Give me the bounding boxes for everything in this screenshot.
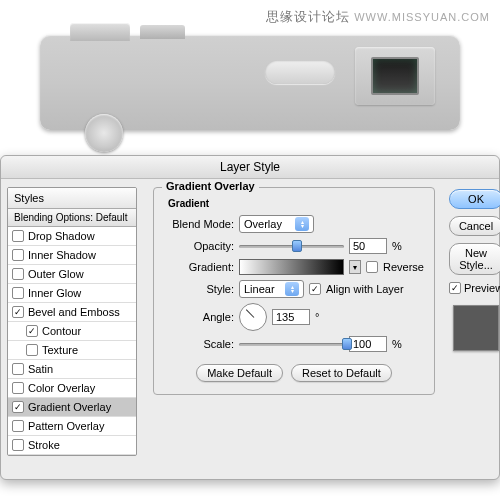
gradient-preview[interactable] xyxy=(239,259,344,275)
pct-label: % xyxy=(392,240,402,252)
style-checkbox[interactable] xyxy=(12,382,24,394)
style-label: Inner Shadow xyxy=(28,249,96,261)
dialog-title: Layer Style xyxy=(1,156,499,179)
blend-mode-label: Blend Mode: xyxy=(164,218,234,230)
pct-label: % xyxy=(392,338,402,350)
style-item-inner-glow[interactable]: Inner Glow xyxy=(8,284,136,303)
styles-header[interactable]: Styles xyxy=(8,188,136,209)
reverse-checkbox[interactable] xyxy=(366,261,378,273)
style-item-outer-glow[interactable]: Outer Glow xyxy=(8,265,136,284)
style-checkbox[interactable] xyxy=(12,249,24,261)
style-item-pattern-overlay[interactable]: Pattern Overlay xyxy=(8,417,136,436)
opacity-slider[interactable] xyxy=(239,239,344,253)
style-label: Drop Shadow xyxy=(28,230,95,242)
watermark-cn: 思缘设计论坛 xyxy=(266,9,350,24)
blend-mode-select[interactable]: Overlay ▴▾ xyxy=(239,215,314,233)
watermark-en: WWW.MISSYUAN.COM xyxy=(354,11,490,23)
style-select[interactable]: Linear ▴▾ xyxy=(239,280,304,298)
style-checkbox[interactable] xyxy=(12,420,24,432)
style-checkbox[interactable] xyxy=(12,363,24,375)
style-label: Bevel and Emboss xyxy=(28,306,120,318)
style-checkbox[interactable] xyxy=(12,306,24,318)
ok-button[interactable]: OK xyxy=(449,189,500,209)
style-item-bevel-and-emboss[interactable]: Bevel and Emboss xyxy=(8,303,136,322)
chevron-updown-icon: ▴▾ xyxy=(285,282,299,296)
style-label: Outer Glow xyxy=(28,268,84,280)
style-item-gradient-overlay[interactable]: Gradient Overlay xyxy=(8,398,136,417)
style-label: Contour xyxy=(42,325,81,337)
make-default-button[interactable]: Make Default xyxy=(196,364,283,382)
style-label: Texture xyxy=(42,344,78,356)
style-label: Color Overlay xyxy=(28,382,95,394)
preview-checkbox[interactable] xyxy=(449,282,461,294)
gradient-label: Gradient: xyxy=(164,261,234,273)
blend-mode-value: Overlay xyxy=(244,218,282,230)
angle-dial[interactable] xyxy=(239,303,267,331)
style-item-stroke[interactable]: Stroke xyxy=(8,436,136,455)
style-checkbox[interactable] xyxy=(12,439,24,451)
align-checkbox[interactable] xyxy=(309,283,321,295)
reverse-label: Reverse xyxy=(383,261,424,273)
opacity-label: Opacity: xyxy=(164,240,234,252)
style-checkbox[interactable] xyxy=(12,401,24,413)
scale-label: Scale: xyxy=(164,338,234,350)
style-label: Style: xyxy=(164,283,234,295)
style-value: Linear xyxy=(244,283,275,295)
style-label: Gradient Overlay xyxy=(28,401,111,413)
style-label: Inner Glow xyxy=(28,287,81,299)
scale-input[interactable]: 100 xyxy=(349,336,387,352)
angle-input[interactable]: 135 xyxy=(272,309,310,325)
group-subtitle: Gradient xyxy=(168,198,424,209)
cancel-button[interactable]: Cancel xyxy=(449,216,500,236)
degree-label: ° xyxy=(315,311,319,323)
style-checkbox[interactable] xyxy=(26,325,38,337)
gradient-dropdown-icon[interactable]: ▾ xyxy=(349,260,361,274)
style-item-inner-shadow[interactable]: Inner Shadow xyxy=(8,246,136,265)
layer-style-dialog: Layer Style Styles Blending Options: Def… xyxy=(0,155,500,480)
new-style-button[interactable]: New Style... xyxy=(449,243,500,275)
group-title: Gradient Overlay xyxy=(162,180,259,192)
style-checkbox[interactable] xyxy=(12,287,24,299)
preview-label: Preview xyxy=(464,282,500,294)
style-item-color-overlay[interactable]: Color Overlay xyxy=(8,379,136,398)
style-checkbox[interactable] xyxy=(26,344,38,356)
style-checkbox[interactable] xyxy=(12,230,24,242)
blending-options[interactable]: Blending Options: Default xyxy=(8,209,136,227)
chevron-updown-icon: ▴▾ xyxy=(295,217,309,231)
style-item-drop-shadow[interactable]: Drop Shadow xyxy=(8,227,136,246)
style-checkbox[interactable] xyxy=(12,268,24,280)
opacity-input[interactable]: 50 xyxy=(349,238,387,254)
preview-swatch xyxy=(453,305,499,351)
style-item-contour[interactable]: Contour xyxy=(8,322,136,341)
style-item-satin[interactable]: Satin xyxy=(8,360,136,379)
style-label: Stroke xyxy=(28,439,60,451)
scale-slider[interactable] xyxy=(239,337,344,351)
style-label: Satin xyxy=(28,363,53,375)
style-label: Pattern Overlay xyxy=(28,420,104,432)
gradient-overlay-group: Gradient Overlay Gradient Blend Mode: Ov… xyxy=(153,187,435,395)
styles-list: Styles Blending Options: Default Drop Sh… xyxy=(7,187,137,456)
style-item-texture[interactable]: Texture xyxy=(8,341,136,360)
angle-label: Angle: xyxy=(164,311,234,323)
reset-default-button[interactable]: Reset to Default xyxy=(291,364,392,382)
align-label: Align with Layer xyxy=(326,283,404,295)
